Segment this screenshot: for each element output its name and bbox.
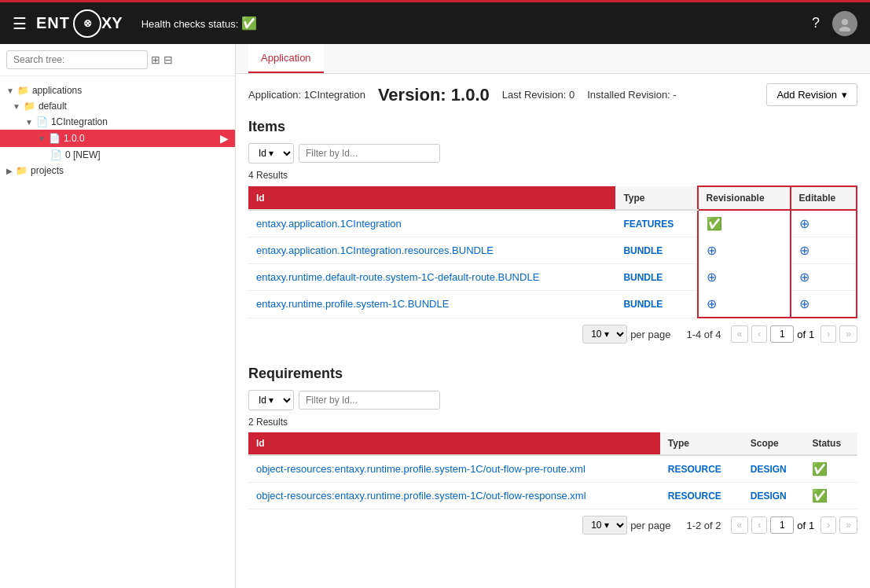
search-input[interactable] — [6, 50, 148, 69]
items-row-editable: ⊕ — [791, 210, 857, 237]
requirements-filter-select[interactable]: Id ▾ — [248, 390, 294, 410]
tree-arrow-projects: ▶ — [6, 167, 13, 175]
file-icon-1cintegration: 📄 — [36, 116, 48, 127]
req-row-id[interactable]: object-resources:entaxy.runtime.profile.… — [248, 483, 660, 509]
items-pagination: 10 ▾ per page 1-4 of 4 « ‹ of 1 › » — [248, 318, 857, 350]
tree-arrow-applications: ▼ — [6, 86, 14, 95]
add-revision-button[interactable]: Add Revision ▾ — [766, 83, 857, 106]
req-row-status: ✅ — [804, 455, 857, 483]
requirements-filter-input[interactable] — [299, 391, 440, 410]
items-per-page-select[interactable]: 10 ▾ — [582, 325, 627, 344]
items-section: Items Id ▾ 4 Results Id ↑ Type — [248, 119, 857, 350]
req-page-input[interactable] — [770, 516, 794, 534]
req-per-page-label: per page — [630, 520, 670, 531]
svg-point-1 — [839, 27, 850, 31]
tree-label-100: 1.0.0 — [64, 133, 85, 144]
items-filter-select[interactable]: Id ▾ — [248, 143, 294, 164]
sort-arrow-id: ↑ — [267, 194, 271, 203]
items-table-row: entaxy.application.1CIntegration.resourc… — [248, 237, 857, 264]
req-row-scope: DESIGN — [743, 483, 805, 509]
main-layout: ⊞ ⊟ ▼ 📁 applications ▼ 📁 default ▼ 📄 1CI… — [0, 44, 870, 588]
items-col-revisionable[interactable]: Revisionable — [698, 186, 791, 210]
req-col-status[interactable]: Status — [804, 432, 857, 455]
items-row-id[interactable]: entaxy.application.1CIntegration — [248, 210, 615, 237]
items-filter-input[interactable] — [299, 144, 440, 163]
expand-all-icon[interactable]: ⊞ — [151, 53, 160, 66]
items-total-pages: 1 — [809, 329, 814, 340]
collapse-all-icon[interactable]: ⊟ — [163, 53, 173, 66]
req-first-page-button[interactable]: « — [731, 516, 749, 534]
folder-icon-default: 📁 — [24, 101, 35, 112]
items-table: Id ↑ Type Revisionable Editable entaxy.a… — [248, 186, 857, 318]
requirements-filter-bar: Id ▾ — [248, 390, 857, 410]
add-revision-label: Add Revision — [776, 89, 837, 101]
items-pag-range: 1-4 of 4 — [686, 329, 721, 340]
items-row-editable: ⊕ — [791, 291, 857, 318]
editable-circle-icon: ⊕ — [799, 297, 809, 311]
sidebar-item-projects[interactable]: ▶ 📁 projects — [0, 163, 235, 178]
items-row-id[interactable]: entaxy.runtime.profile.system-1C.BUNDLE — [248, 291, 615, 318]
items-per-page-label: per page — [630, 329, 670, 340]
req-col-type[interactable]: Type — [660, 432, 743, 455]
health-status-label: Health checks status: ✅ — [141, 16, 812, 31]
req-row-id[interactable]: object-resources:entaxy.runtime.profile.… — [248, 455, 660, 483]
items-row-type: BUNDLE — [615, 291, 697, 318]
items-last-page-button[interactable]: » — [839, 325, 857, 343]
items-col-type[interactable]: Type — [615, 186, 697, 210]
req-col-id[interactable]: Id ↑ — [248, 432, 660, 455]
content-body: Application: 1CIntegration Version: 1.0.… — [236, 74, 870, 550]
items-filter-bar: Id ▾ — [248, 143, 857, 164]
req-row-status: ✅ — [804, 483, 857, 509]
revisionable-check-icon: ✅ — [707, 217, 722, 230]
sidebar-item-applications[interactable]: ▼ 📁 applications — [0, 83, 235, 98]
installed-revision: Installed Revision: - — [587, 89, 676, 101]
requirements-results-count: 2 Results — [248, 417, 857, 428]
items-row-type: FEATURES — [615, 210, 697, 237]
items-row-revisionable: ⊕ — [698, 237, 791, 264]
app-version: Version: 1.0.0 — [378, 85, 490, 105]
req-sort-arrow-id: ↑ — [267, 439, 271, 448]
req-prev-page-button[interactable]: ‹ — [751, 516, 767, 534]
logo-x-icon: ⊗ — [83, 17, 92, 29]
items-first-page-button[interactable]: « — [731, 325, 749, 343]
items-of-label: of — [797, 329, 806, 340]
app-title: Application: 1CIntegration — [248, 89, 365, 101]
editable-circle-icon: ⊕ — [799, 270, 809, 284]
tree-label-0new: 0 [NEW] — [65, 149, 101, 160]
user-avatar[interactable] — [832, 11, 857, 36]
items-prev-page-button[interactable]: ‹ — [751, 325, 767, 343]
topnav: ☰ ENT ⊗ XY Health checks status: ✅ ? — [0, 0, 870, 44]
health-ok-icon: ✅ — [241, 17, 257, 30]
items-next-page-button[interactable]: › — [820, 325, 836, 343]
hamburger-menu[interactable]: ☰ — [13, 14, 27, 33]
folder-icon-projects: 📁 — [16, 165, 28, 176]
req-next-page-button[interactable]: › — [820, 516, 836, 534]
sidebar-search-bar: ⊞ ⊟ — [0, 44, 235, 76]
items-row-editable: ⊕ — [791, 237, 857, 264]
items-row-id[interactable]: entaxy.application.1CIntegration.resourc… — [248, 237, 615, 264]
req-last-page-button[interactable]: » — [839, 516, 857, 534]
sidebar-item-1cintegration[interactable]: ▼ 📄 1CIntegration — [0, 114, 235, 130]
help-icon[interactable]: ? — [812, 15, 820, 31]
sidebar-item-default[interactable]: ▼ 📁 default — [0, 98, 235, 114]
items-col-id[interactable]: Id ↑ — [248, 186, 615, 210]
revisionable-circle-icon: ⊕ — [707, 244, 717, 257]
items-row-id[interactable]: entaxy.runtime.default-route.system-1C-d… — [248, 264, 615, 291]
sidebar-item-0-new[interactable]: 📄 0 [NEW] — [0, 147, 235, 163]
req-total-pages: 1 — [809, 520, 814, 531]
tab-application[interactable]: Application — [248, 44, 324, 73]
logo: ENT ⊗ XY — [36, 9, 123, 38]
items-page-input[interactable] — [770, 325, 794, 343]
items-col-editable[interactable]: Editable — [791, 186, 857, 210]
svg-point-0 — [842, 19, 848, 25]
sidebar-item-100[interactable]: ▼ 📄 1.0.0 ▶ — [0, 130, 235, 147]
tree-arrow-100: ▼ — [38, 134, 46, 143]
requirements-pagination: 10 ▾ per page 1-2 of 2 « ‹ of 1 › » — [248, 509, 857, 541]
content-tabs: Application — [236, 44, 870, 74]
items-section-title: Items — [248, 119, 857, 135]
req-per-page-select[interactable]: 10 ▾ — [582, 516, 627, 535]
req-row-type: RESOURCE — [660, 483, 743, 509]
editable-circle-icon: ⊕ — [799, 244, 809, 257]
req-col-scope[interactable]: Scope — [743, 432, 805, 455]
req-row-type: RESOURCE — [660, 455, 743, 483]
